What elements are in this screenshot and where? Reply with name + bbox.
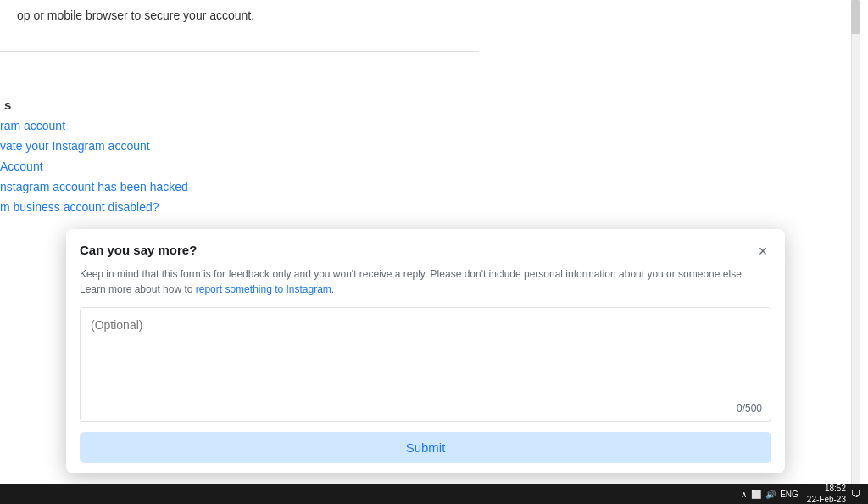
taskbar-monitor-icon: ⬜	[751, 490, 761, 499]
taskbar-system-icons: ∧ ⬜ 🔊 ENG	[741, 490, 798, 499]
modal-close-button[interactable]: ×	[754, 243, 771, 260]
top-text-label: op or mobile browser to secure your acco…	[17, 8, 254, 22]
taskbar-arrow-icon: ∧	[741, 490, 747, 499]
taskbar-date: 22-Feb-23	[807, 494, 846, 504]
sidebar-item-link-3[interactable]: Account	[0, 160, 188, 173]
sidebar-item-link-2[interactable]: vate your Instagram account	[0, 139, 188, 153]
link-list: ram account vate your Instagram account …	[0, 119, 188, 214]
taskbar-time: 18:52 22-Feb-23	[807, 483, 846, 504]
modal-header: Can you say more? ×	[66, 229, 785, 266]
sidebar-item-link-1[interactable]: ram account	[0, 119, 188, 132]
modal-title: Can you say more?	[80, 243, 197, 257]
modal-description: Keep in mind that this form is for feedb…	[66, 266, 785, 307]
close-icon: ×	[759, 244, 768, 259]
modal-textarea-wrap: 0/500	[80, 307, 771, 422]
taskbar-lang-label: ENG	[780, 490, 798, 499]
submit-button[interactable]: Submit	[80, 432, 771, 463]
char-count: 0/500	[737, 402, 762, 414]
feedback-modal: Can you say more? × Keep in mind that th…	[66, 229, 785, 473]
taskbar-clock: 18:52	[825, 483, 846, 494]
report-link[interactable]: report something to Instagram	[196, 283, 331, 295]
taskbar: ∧ ⬜ 🔊 ENG 18:52 22-Feb-23 🗨	[0, 484, 868, 504]
modal-footer: Submit	[66, 425, 785, 473]
sidebar-item-link-4[interactable]: nstagram account has been hacked	[0, 180, 188, 193]
taskbar-volume-icon: 🔊	[765, 490, 776, 499]
modal-desc-before-link: Keep in mind that this form is for feedb…	[80, 268, 744, 295]
feedback-textarea[interactable]	[81, 308, 771, 418]
scrollbar-thumb[interactable]	[851, 0, 860, 34]
modal-desc-after-link: .	[331, 283, 334, 295]
divider	[0, 51, 479, 52]
top-text: op or mobile browser to secure your acco…	[0, 0, 271, 31]
sidebar-item-link-5[interactable]: m business account disabled?	[0, 200, 188, 214]
scrollbar[interactable]	[851, 0, 860, 484]
taskbar-notification-icon: 🗨	[851, 488, 861, 500]
section-label: s	[0, 98, 11, 112]
submit-label: Submit	[406, 440, 446, 455]
